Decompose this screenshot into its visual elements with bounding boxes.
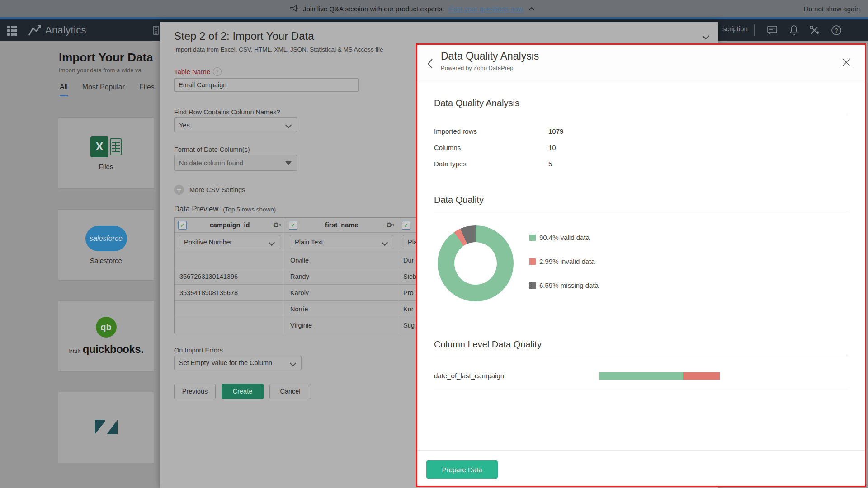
nav-divider bbox=[754, 24, 755, 36]
first-row-select[interactable]: Yes bbox=[174, 117, 297, 132]
section-heading-quality: Data Quality bbox=[434, 195, 484, 205]
plus-icon: + bbox=[174, 185, 184, 195]
column-header: campaign_id bbox=[210, 221, 250, 229]
notifications-bell-icon[interactable] bbox=[788, 24, 800, 37]
separator bbox=[434, 357, 848, 357]
back-chevron-icon[interactable] bbox=[427, 58, 433, 69]
tab-files[interactable]: Files bbox=[139, 83, 155, 96]
data-preview-label: Data Preview bbox=[174, 205, 218, 213]
modal-title: Step 2 of 2: Import Your Data bbox=[174, 30, 314, 42]
data-preview-note: (Top 5 rows shown) bbox=[223, 206, 276, 213]
column-header: first_name bbox=[325, 221, 358, 229]
feedback-chat-icon[interactable] bbox=[766, 24, 778, 37]
legend-swatch bbox=[529, 258, 536, 265]
connector-tabs: All Most Popular Files bbox=[60, 83, 155, 96]
modal-subtitle: Import data from Excel, CSV, HTML, XML, … bbox=[174, 46, 383, 53]
panel-subtitle: Powered by Zoho DataPrep bbox=[441, 65, 513, 71]
section-heading-analysis: Data Quality Analysis bbox=[434, 98, 519, 108]
legend-item-valid: 90.4% valid data bbox=[529, 234, 590, 241]
stat-value: 10 bbox=[548, 144, 556, 151]
column-checkbox[interactable]: ✓ bbox=[289, 221, 297, 230]
collapse-chevron-down-icon[interactable] bbox=[702, 35, 710, 40]
excel-icon: X bbox=[90, 136, 122, 157]
stat-label: Columns bbox=[434, 144, 461, 151]
app-grid-icon[interactable] bbox=[7, 26, 17, 36]
page-title: Import Your Data bbox=[59, 51, 153, 65]
tile-label: Salesforce bbox=[90, 257, 122, 264]
connector-tile-zendesk[interactable] bbox=[58, 392, 154, 463]
subscription-label-fragment[interactable]: scription bbox=[722, 25, 748, 36]
column-quality-name: date_of_last_campaign bbox=[434, 372, 504, 380]
legend-swatch bbox=[529, 235, 536, 241]
banner-dismiss-link[interactable]: Do not show again bbox=[804, 0, 860, 17]
analytics-logo-icon bbox=[28, 24, 42, 37]
bar-valid-segment bbox=[599, 372, 683, 380]
table-name-label: Table Name bbox=[174, 68, 210, 75]
connector-tile-files[interactable]: X Files bbox=[58, 117, 154, 189]
separator bbox=[434, 390, 848, 390]
cancel-button[interactable]: Cancel bbox=[269, 384, 311, 399]
megaphone-icon bbox=[289, 5, 298, 13]
tools-icon[interactable] bbox=[808, 24, 821, 37]
column-quality-bar bbox=[599, 372, 720, 380]
analytics-logo-text: Analytics bbox=[45, 24, 86, 36]
page-subtitle: Import your data from a wide va bbox=[59, 67, 142, 74]
first-row-label: First Row Contains Column Names? bbox=[174, 108, 280, 116]
section-heading-column-quality: Column Level Data Quality bbox=[434, 339, 542, 350]
building-icon bbox=[152, 25, 160, 35]
salesforce-icon: salesforce bbox=[85, 226, 127, 251]
quickbooks-wordmark: intuit quickbooks. bbox=[69, 343, 144, 356]
tab-most-popular[interactable]: Most Popular bbox=[82, 83, 125, 96]
stat-label: Data types bbox=[434, 160, 467, 168]
column-checkbox[interactable]: ✓ bbox=[402, 221, 410, 230]
analytics-logo[interactable]: Analytics bbox=[28, 23, 86, 38]
svg-text:?: ? bbox=[835, 27, 838, 34]
chevron-down-icon bbox=[290, 360, 296, 366]
panel-header: Data Quality Analysis Powered by Zoho Da… bbox=[417, 45, 865, 83]
separator bbox=[434, 115, 848, 115]
qa-banner: Join live Q&A session with our product e… bbox=[0, 0, 868, 17]
footer-separator bbox=[417, 450, 865, 451]
legend-item-missing: 6.59% missing data bbox=[529, 282, 599, 289]
legend-item-invalid: 2.99% invalid data bbox=[529, 258, 595, 265]
zendesk-icon bbox=[93, 419, 119, 436]
previous-button[interactable]: Previous bbox=[174, 384, 216, 399]
connector-tile-quickbooks[interactable]: qb intuit quickbooks. bbox=[58, 300, 154, 372]
chevron-down-icon bbox=[285, 122, 292, 128]
chevron-down-icon bbox=[269, 239, 275, 246]
bar-invalid-segment bbox=[683, 372, 720, 380]
help-icon[interactable]: ? bbox=[830, 24, 843, 37]
legend-swatch bbox=[529, 282, 536, 289]
prepare-data-button[interactable]: Prepare Data bbox=[426, 460, 498, 479]
banner-post-questions-link[interactable]: Post your questions now. bbox=[449, 5, 524, 13]
stat-label: Imported rows bbox=[434, 127, 477, 135]
stat-value: 5 bbox=[548, 160, 552, 168]
date-format-select: No date column found bbox=[174, 155, 297, 171]
gear-icon[interactable]: ⚙▾ bbox=[273, 221, 281, 229]
create-button[interactable]: Create bbox=[222, 384, 264, 399]
more-csv-settings[interactable]: + More CSV Settings bbox=[174, 185, 245, 195]
help-question-icon[interactable]: ? bbox=[213, 67, 222, 76]
on-import-errors-select[interactable]: Set Empty Value for the Column bbox=[174, 356, 302, 370]
connector-tile-salesforce[interactable]: salesforce Salesforce bbox=[58, 209, 154, 281]
triangle-down-icon bbox=[285, 161, 292, 165]
donut-hole bbox=[454, 242, 497, 285]
tile-label: Files bbox=[99, 163, 113, 170]
tab-all[interactable]: All bbox=[60, 83, 68, 96]
on-import-errors-label: On Import Errors bbox=[174, 347, 223, 354]
chevron-up-icon[interactable] bbox=[528, 7, 535, 11]
separator bbox=[434, 212, 848, 212]
close-icon[interactable] bbox=[841, 57, 851, 67]
column-checkbox[interactable]: ✓ bbox=[178, 221, 187, 230]
banner-message: Join live Q&A session with our product e… bbox=[303, 5, 444, 13]
column-type-select[interactable]: Plain Text bbox=[290, 235, 393, 249]
stat-value: 1079 bbox=[548, 127, 563, 135]
data-quality-panel: Data Quality Analysis Powered by Zoho Da… bbox=[416, 43, 866, 487]
date-format-label: Format of Date Column(s) bbox=[174, 146, 250, 153]
quickbooks-icon: qb bbox=[96, 317, 117, 338]
chevron-down-icon bbox=[382, 239, 388, 246]
gear-icon[interactable]: ⚙▾ bbox=[386, 221, 394, 229]
table-name-input[interactable] bbox=[174, 78, 359, 92]
panel-title: Data Quality Analysis bbox=[441, 50, 539, 62]
column-type-select[interactable]: Positive Number bbox=[179, 235, 280, 249]
